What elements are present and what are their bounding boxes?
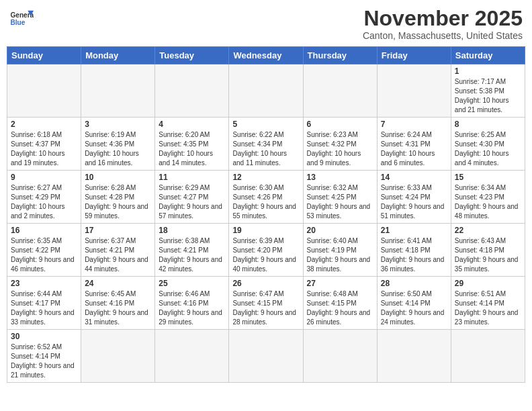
calendar-week-row: 9Sunrise: 6:27 AM Sunset: 4:29 PM Daylig… bbox=[7, 171, 525, 224]
day-number: 11 bbox=[159, 173, 225, 182]
day-info: Sunrise: 6:23 AM Sunset: 4:32 PM Dayligh… bbox=[307, 130, 373, 168]
calendar-day-cell: 26Sunrise: 6:47 AM Sunset: 4:15 PM Dayli… bbox=[229, 277, 303, 330]
day-number: 8 bbox=[455, 120, 521, 129]
day-info: Sunrise: 6:52 AM Sunset: 4:14 PM Dayligh… bbox=[11, 342, 77, 380]
calendar-day-cell: 14Sunrise: 6:33 AM Sunset: 4:24 PM Dayli… bbox=[377, 171, 451, 224]
calendar-day-cell: 12Sunrise: 6:30 AM Sunset: 4:26 PM Dayli… bbox=[229, 171, 303, 224]
day-number: 19 bbox=[232, 226, 299, 235]
day-number: 23 bbox=[11, 279, 77, 288]
day-info: Sunrise: 6:29 AM Sunset: 4:27 PM Dayligh… bbox=[159, 183, 225, 221]
calendar-day-cell bbox=[377, 64, 451, 118]
calendar-day-cell: 8Sunrise: 6:25 AM Sunset: 4:30 PM Daylig… bbox=[451, 118, 525, 171]
calendar-day-cell: 21Sunrise: 6:41 AM Sunset: 4:18 PM Dayli… bbox=[377, 224, 451, 277]
day-info: Sunrise: 6:28 AM Sunset: 4:28 PM Dayligh… bbox=[85, 183, 151, 221]
calendar-day-cell: 9Sunrise: 6:27 AM Sunset: 4:29 PM Daylig… bbox=[7, 171, 81, 224]
day-number: 15 bbox=[455, 173, 521, 182]
day-of-week-header: Saturday bbox=[451, 47, 525, 64]
day-info: Sunrise: 6:43 AM Sunset: 4:18 PM Dayligh… bbox=[455, 236, 521, 274]
day-info: Sunrise: 6:40 AM Sunset: 4:19 PM Dayligh… bbox=[307, 236, 373, 274]
calendar-day-cell bbox=[303, 330, 377, 383]
day-of-week-header: Monday bbox=[81, 47, 155, 64]
day-info: Sunrise: 6:25 AM Sunset: 4:30 PM Dayligh… bbox=[455, 130, 521, 168]
calendar-day-cell bbox=[229, 64, 303, 118]
day-of-week-header: Thursday bbox=[303, 47, 377, 64]
day-number: 12 bbox=[232, 173, 299, 182]
title-area: November 2025 Canton, Massachusetts, Uni… bbox=[363, 7, 523, 41]
calendar-day-cell: 7Sunrise: 6:24 AM Sunset: 4:31 PM Daylig… bbox=[377, 118, 451, 171]
day-info: Sunrise: 7:17 AM Sunset: 5:38 PM Dayligh… bbox=[455, 77, 521, 115]
day-info: Sunrise: 6:19 AM Sunset: 4:36 PM Dayligh… bbox=[85, 130, 151, 168]
calendar-day-cell: 28Sunrise: 6:50 AM Sunset: 4:14 PM Dayli… bbox=[377, 277, 451, 330]
calendar-day-cell: 3Sunrise: 6:19 AM Sunset: 4:36 PM Daylig… bbox=[81, 118, 155, 171]
day-info: Sunrise: 6:27 AM Sunset: 4:29 PM Dayligh… bbox=[11, 183, 77, 221]
day-info: Sunrise: 6:45 AM Sunset: 4:16 PM Dayligh… bbox=[85, 289, 151, 327]
day-number: 4 bbox=[159, 120, 225, 129]
day-info: Sunrise: 6:18 AM Sunset: 4:37 PM Dayligh… bbox=[11, 130, 77, 168]
day-number: 10 bbox=[85, 173, 151, 182]
day-info: Sunrise: 6:32 AM Sunset: 4:25 PM Dayligh… bbox=[307, 183, 373, 221]
calendar-day-cell: 15Sunrise: 6:34 AM Sunset: 4:23 PM Dayli… bbox=[451, 171, 525, 224]
day-info: Sunrise: 6:44 AM Sunset: 4:17 PM Dayligh… bbox=[11, 289, 77, 327]
calendar-day-cell bbox=[155, 330, 229, 383]
calendar-day-cell: 20Sunrise: 6:40 AM Sunset: 4:19 PM Dayli… bbox=[303, 224, 377, 277]
day-number: 7 bbox=[381, 120, 447, 129]
day-info: Sunrise: 6:34 AM Sunset: 4:23 PM Dayligh… bbox=[455, 183, 521, 221]
calendar-week-row: 16Sunrise: 6:35 AM Sunset: 4:22 PM Dayli… bbox=[7, 224, 525, 277]
day-info: Sunrise: 6:46 AM Sunset: 4:16 PM Dayligh… bbox=[159, 289, 225, 327]
calendar-day-cell: 4Sunrise: 6:20 AM Sunset: 4:35 PM Daylig… bbox=[155, 118, 229, 171]
day-number: 24 bbox=[85, 279, 151, 288]
day-number: 26 bbox=[232, 279, 299, 288]
calendar-day-cell bbox=[81, 64, 155, 118]
day-number: 28 bbox=[381, 279, 447, 288]
calendar-day-cell: 25Sunrise: 6:46 AM Sunset: 4:16 PM Dayli… bbox=[155, 277, 229, 330]
calendar-day-cell bbox=[229, 330, 303, 383]
day-info: Sunrise: 6:24 AM Sunset: 4:31 PM Dayligh… bbox=[381, 130, 447, 168]
day-info: Sunrise: 6:38 AM Sunset: 4:21 PM Dayligh… bbox=[159, 236, 225, 274]
calendar-day-cell bbox=[377, 330, 451, 383]
day-number: 20 bbox=[307, 226, 373, 235]
calendar-header-row: SundayMondayTuesdayWednesdayThursdayFrid… bbox=[7, 47, 525, 64]
day-number: 9 bbox=[11, 173, 77, 182]
calendar-day-cell: 22Sunrise: 6:43 AM Sunset: 4:18 PM Dayli… bbox=[451, 224, 525, 277]
day-info: Sunrise: 6:39 AM Sunset: 4:20 PM Dayligh… bbox=[232, 236, 299, 274]
day-number: 18 bbox=[159, 226, 225, 235]
calendar-day-cell bbox=[7, 64, 81, 118]
calendar-week-row: 30Sunrise: 6:52 AM Sunset: 4:14 PM Dayli… bbox=[7, 330, 525, 383]
calendar-day-cell bbox=[155, 64, 229, 118]
location-subtitle: Canton, Massachusetts, United States bbox=[363, 30, 523, 41]
day-number: 14 bbox=[381, 173, 447, 182]
day-number: 30 bbox=[11, 332, 77, 341]
day-number: 16 bbox=[11, 226, 77, 235]
calendar-table: SundayMondayTuesdayWednesdayThursdayFrid… bbox=[7, 46, 525, 383]
day-number: 22 bbox=[455, 226, 521, 235]
day-number: 27 bbox=[307, 279, 373, 288]
day-number: 21 bbox=[381, 226, 447, 235]
day-number: 6 bbox=[307, 120, 373, 129]
calendar-day-cell: 18Sunrise: 6:38 AM Sunset: 4:21 PM Dayli… bbox=[155, 224, 229, 277]
calendar-week-row: 1Sunrise: 7:17 AM Sunset: 5:38 PM Daylig… bbox=[7, 64, 525, 118]
calendar-day-cell: 27Sunrise: 6:48 AM Sunset: 4:15 PM Dayli… bbox=[303, 277, 377, 330]
day-number: 25 bbox=[159, 279, 225, 288]
general-blue-logo-icon: General Blue bbox=[9, 7, 34, 31]
calendar-day-cell: 16Sunrise: 6:35 AM Sunset: 4:22 PM Dayli… bbox=[7, 224, 81, 277]
day-number: 29 bbox=[455, 279, 521, 288]
day-number: 13 bbox=[307, 173, 373, 182]
day-info: Sunrise: 6:41 AM Sunset: 4:18 PM Dayligh… bbox=[381, 236, 447, 274]
calendar-day-cell: 23Sunrise: 6:44 AM Sunset: 4:17 PM Dayli… bbox=[7, 277, 81, 330]
day-info: Sunrise: 6:35 AM Sunset: 4:22 PM Dayligh… bbox=[11, 236, 77, 274]
header: General Blue November 2025 Canton, Massa… bbox=[7, 7, 525, 41]
day-number: 5 bbox=[232, 120, 299, 129]
day-number: 1 bbox=[455, 66, 521, 76]
calendar-day-cell: 29Sunrise: 6:51 AM Sunset: 4:14 PM Dayli… bbox=[451, 277, 525, 330]
day-info: Sunrise: 6:51 AM Sunset: 4:14 PM Dayligh… bbox=[455, 289, 521, 327]
day-number: 3 bbox=[85, 120, 151, 129]
day-info: Sunrise: 6:47 AM Sunset: 4:15 PM Dayligh… bbox=[232, 289, 299, 327]
day-info: Sunrise: 6:50 AM Sunset: 4:14 PM Dayligh… bbox=[381, 289, 447, 327]
calendar-week-row: 2Sunrise: 6:18 AM Sunset: 4:37 PM Daylig… bbox=[7, 118, 525, 171]
day-info: Sunrise: 6:22 AM Sunset: 4:34 PM Dayligh… bbox=[232, 130, 299, 168]
calendar-day-cell: 13Sunrise: 6:32 AM Sunset: 4:25 PM Dayli… bbox=[303, 171, 377, 224]
calendar-day-cell bbox=[451, 330, 525, 383]
calendar-day-cell: 24Sunrise: 6:45 AM Sunset: 4:16 PM Dayli… bbox=[81, 277, 155, 330]
calendar-day-cell bbox=[303, 64, 377, 118]
logo: General Blue bbox=[9, 7, 34, 31]
